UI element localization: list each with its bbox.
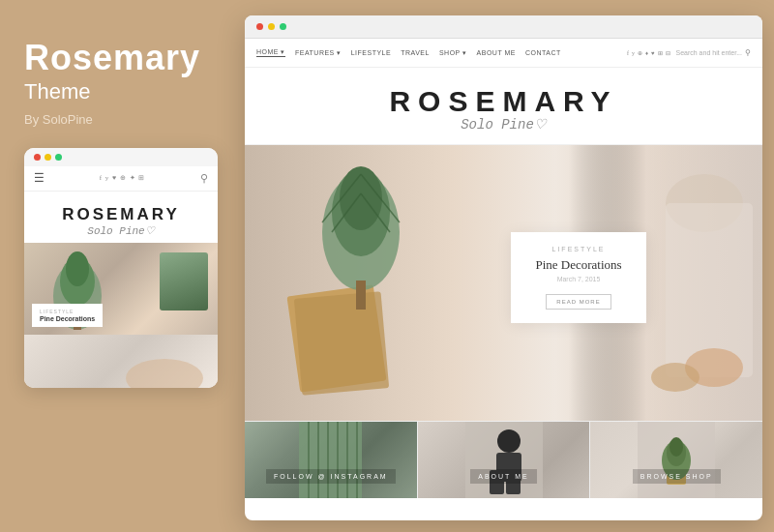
browser-social: f y ⊕ ♦ ♥ ⊞ ⊟ [627,49,670,56]
mobile-top-bar [24,148,218,166]
social-ig-icon: ⊕ [638,49,642,56]
theme-subtitle: Theme [24,79,90,104]
menu-home[interactable]: HOME ▾ [256,48,285,57]
site-header: ROSEMARY Solo Pine♡ [245,68,762,145]
mobile-logo-script: Solo Pine♡ [34,224,208,237]
browser-top-bar [245,15,762,39]
browser-dot-green [280,23,286,30]
social-pin-icon: ♦ [645,50,648,56]
instagram-cell[interactable]: FOLLOW @ INSTAGRAM [245,422,418,498]
svg-point-36 [670,437,683,457]
hamburger-icon: ☰ [34,171,45,186]
shop-cell[interactable]: BROWSE SHOP [590,422,762,498]
mobile-card-title: Pine Decorations [40,315,95,322]
mobile-logo: ROSEMARY [34,205,208,224]
menu-lifestyle[interactable]: LIFESTYLE [351,49,391,56]
social-cart-icon: ⊟ [666,49,670,56]
featured-card-date: March 7, 2015 [526,276,631,282]
svg-point-4 [126,359,203,388]
dot-red-icon [34,154,41,161]
svg-point-28 [497,429,521,453]
mobile-card-category: LIFESTYLE [40,309,95,314]
mobile-mockup: ☰ f y ♥ ⊕ ✦ ⊞ ⚲ ROSEMARY Solo Pine♡ LIFE… [24,148,218,388]
svg-point-9 [340,166,382,230]
browser-dot-yellow [268,23,275,30]
svg-point-2 [66,251,89,286]
theme-name: Rosemary [24,39,200,77]
dot-yellow-icon [45,154,51,161]
browser-dot-red [256,23,263,30]
menu-features[interactable]: FEATURES ▾ [295,49,342,57]
mobile-hands-svg [116,335,213,388]
site-script: Solo Pine♡ [245,116,762,133]
about-me-label[interactable]: ABOUT ME [470,469,536,484]
browser-right-controls: f y ⊕ ♦ ♥ ⊞ ⊟ Search and hit enter... ⚲ [627,48,751,57]
social-heart-icon: ♥ [651,50,655,56]
website-content: ROSEMARY Solo Pine♡ [245,68,762,498]
browser-search[interactable]: Search and hit enter... ⚲ [676,48,752,57]
svg-point-19 [651,363,700,392]
about-me-cell[interactable]: ABOUT ME [418,422,591,498]
instagram-bg-svg [299,422,362,498]
browser-search-placeholder[interactable]: Search and hit enter... [676,49,743,56]
mobile-logo-area: ROSEMARY Solo Pine♡ [24,192,218,243]
mobile-featured-image: LIFESTYLE Pine Decorations [24,243,218,335]
mobile-social-icons: f y ♥ ⊕ ✦ ⊞ [100,174,146,182]
browse-shop-label[interactable]: BROWSE SHOP [633,469,721,484]
featured-area: LIFESTYLE Pine Decorations March 7, 2015… [245,145,762,421]
about-me-bg-svg [465,422,543,498]
social-f-icon: f [627,50,629,56]
menu-about[interactable]: ABOUT ME [477,49,516,56]
instagram-label[interactable]: FOLLOW @ INSTAGRAM [266,469,396,484]
shop-bg-svg [638,422,715,498]
browser-nav-bar: HOME ▾ FEATURES ▾ LIFESTYLE TRAVEL SHOP … [245,39,762,68]
social-rss-icon: ⊞ [658,49,663,56]
featured-card-category: LIFESTYLE [526,246,631,252]
pine-illustration-svg [264,155,477,406]
browser-search-icon[interactable]: ⚲ [745,48,751,57]
theme-author: By SoloPine [24,112,93,127]
browser-window: HOME ▾ FEATURES ▾ LIFESTYLE TRAVEL SHOP … [245,15,762,520]
featured-bg: LIFESTYLE Pine Decorations March 7, 2015… [245,145,762,421]
menu-travel[interactable]: TRAVEL [401,49,430,56]
svg-rect-14 [356,281,366,310]
browser-menu: HOME ▾ FEATURES ▾ LIFESTYLE TRAVEL SHOP … [256,48,561,57]
bottom-image-row: FOLLOW @ INSTAGRAM ABOUT ME [245,421,762,498]
svg-rect-6 [294,291,389,395]
mobile-card: LIFESTYLE Pine Decorations [32,304,103,327]
mobile-footer-image [24,335,218,388]
left-panel: Rosemary Theme By SoloPine ☰ f y ♥ ⊕ ✦ ⊞… [0,0,240,532]
dot-green-icon [55,154,62,161]
menu-contact[interactable]: CONTACT [525,49,561,56]
mobile-search-icon: ⚲ [200,172,208,185]
featured-card-button[interactable]: READ MORE [546,294,610,310]
site-logo: ROSEMARY [245,85,762,118]
social-t-icon: y [632,50,635,56]
menu-shop[interactable]: SHOP ▾ [439,49,467,57]
featured-card: LIFESTYLE Pine Decorations March 7, 2015… [511,232,646,323]
mobile-nav: ☰ f y ♥ ⊕ ✦ ⊞ ⚲ [24,166,218,192]
featured-card-title: Pine Decorations [526,257,631,273]
